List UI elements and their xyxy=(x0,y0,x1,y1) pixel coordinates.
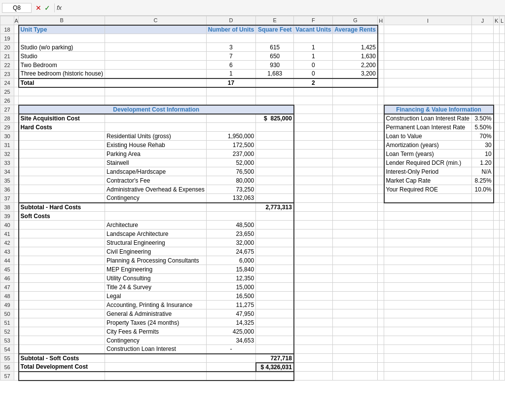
table-row: 25 xyxy=(0,87,505,96)
table-row: 34 Landscape/Hardscape 76,500 Interest-O… xyxy=(0,167,505,176)
col-header-J[interactable]: J xyxy=(471,16,493,25)
table-row: 56 Total Development Cost $ 4,326,031 xyxy=(0,363,505,372)
table-row: 32 Parking Area 237,000 Loan Term (years… xyxy=(0,150,505,158)
cell-F18[interactable]: Vacant Units xyxy=(294,25,333,34)
cancel-icon[interactable]: ✕ xyxy=(36,4,41,12)
table-row: 55 Subtotal - Soft Costs 727,718 xyxy=(0,354,505,363)
cell-I18[interactable] xyxy=(384,25,472,34)
cell-L18[interactable] xyxy=(500,25,505,34)
table-row: 52 City Fees & Permits 425,000 xyxy=(0,327,505,336)
cell-K18[interactable] xyxy=(494,25,500,34)
confirm-icon[interactable]: ✓ xyxy=(44,4,50,12)
table-row: 31 Existing House Rehab 172,500 Amortiza… xyxy=(0,141,505,150)
cell-D18[interactable]: Number of Units xyxy=(206,25,255,34)
table-row: 20 Studio (w/o parking) 3 615 1 1,425 xyxy=(0,43,505,52)
table-row: 44 Planning & Processing Consultants 6,0… xyxy=(0,256,505,265)
col-header-L[interactable]: L xyxy=(500,16,505,25)
table-row: 38 Subtotal - Hard Costs 2,773,313 xyxy=(0,203,505,212)
column-header-row: A B C D E F G H I J K L xyxy=(0,16,505,25)
col-header-C[interactable]: C xyxy=(105,16,207,25)
table-row: 18 Unit Type Number of Units Square Feet… xyxy=(0,25,505,34)
cell-C18[interactable] xyxy=(105,25,207,34)
table-row: 24 Total 17 2 xyxy=(0,78,505,87)
col-header-G[interactable]: G xyxy=(333,16,378,25)
table-row: 42 Structural Engineering 32,000 xyxy=(0,238,505,247)
col-header-A[interactable]: A xyxy=(14,16,19,25)
cell-H18[interactable] xyxy=(378,25,384,34)
corner-cell xyxy=(0,16,14,25)
table-row: 27 Development Cost Information Financin… xyxy=(0,105,505,114)
table-row: 41 Landscape Architecture 23,650 xyxy=(0,229,505,238)
table-row: 35 Contractor's Fee 80,000 Market Cap Ra… xyxy=(0,176,505,185)
col-header-H[interactable]: H xyxy=(378,16,384,25)
table-row: 36 Administrative Overhead & Expenses 73… xyxy=(0,185,505,194)
table-row: 28 Site Acquisition Cost $ 825,000 Const… xyxy=(0,114,505,123)
col-header-B[interactable]: B xyxy=(19,16,105,25)
col-header-D[interactable]: D xyxy=(206,16,255,25)
table-row: 47 Title 24 & Survey 15,000 xyxy=(0,283,505,292)
table-row: 30 Residential Units (gross) 1,950,000 L… xyxy=(0,132,505,141)
table-row: 46 Utility Consulting 12,350 xyxy=(0,274,505,283)
cell-J18[interactable] xyxy=(471,25,493,34)
table-row: 37 Contingency 132,063 xyxy=(0,194,505,203)
table-row: 29 Hard Costs Permanent Loan Interest Ra… xyxy=(0,123,505,132)
table-row: 21 Studio 7 650 1 1,630 xyxy=(0,52,505,61)
cell-ref-input[interactable]: Q8 xyxy=(2,3,32,13)
financing-header: Financing & Value Information xyxy=(384,105,494,114)
table-row: 48 Legal 16,500 xyxy=(0,292,505,301)
table-row: 39 Soft Costs xyxy=(0,212,505,221)
formula-input[interactable] xyxy=(64,3,503,12)
table-row: 19 xyxy=(0,34,505,43)
fx-label: fx xyxy=(57,4,62,11)
dev-cost-header: Development Cost Information xyxy=(19,105,294,114)
table-row: 22 Two Bedroom 6 930 0 2,200 xyxy=(0,61,505,70)
col-header-E[interactable]: E xyxy=(256,16,294,25)
table-row: 51 Property Taxes (24 months) 14,325 xyxy=(0,318,505,327)
col-header-K[interactable]: K xyxy=(494,16,500,25)
formula-bar: Q8 ✕ ✓ fx xyxy=(0,0,505,16)
table-row: 49 Accounting, Printing & Insurance 11,2… xyxy=(0,301,505,309)
cell-E18[interactable]: Square Feet xyxy=(256,25,294,34)
table-row: 43 Civil Engineering 24,675 xyxy=(0,247,505,256)
col-header-I[interactable]: I xyxy=(384,16,472,25)
cell-A18[interactable] xyxy=(14,25,19,34)
table-row: 33 Stairwell 52,000 Lender Required DCR … xyxy=(0,158,505,167)
col-header-F[interactable]: F xyxy=(294,16,333,25)
table-row: 54 Construction Loan Interest - xyxy=(0,345,505,354)
table-row: 53 Contingency 34,653 xyxy=(0,336,505,345)
cell-B18[interactable]: Unit Type xyxy=(19,25,105,34)
row-num-18: 18 xyxy=(0,25,14,34)
table-row: 45 MEP Engineering 15,840 xyxy=(0,265,505,274)
table-row: 57 xyxy=(0,372,505,381)
spreadsheet: A B C D E F G H I J K L 18 Unit Type Num… xyxy=(0,16,505,420)
table-row: 23 Three bedroom (historic house) 1 1,68… xyxy=(0,70,505,78)
cell-G18[interactable]: Average Rents xyxy=(333,25,378,34)
table-row: 50 General & Administrative 47,950 xyxy=(0,309,505,318)
table-row: 40 Architecture 48,500 xyxy=(0,221,505,229)
table-row: 26 xyxy=(0,96,505,105)
